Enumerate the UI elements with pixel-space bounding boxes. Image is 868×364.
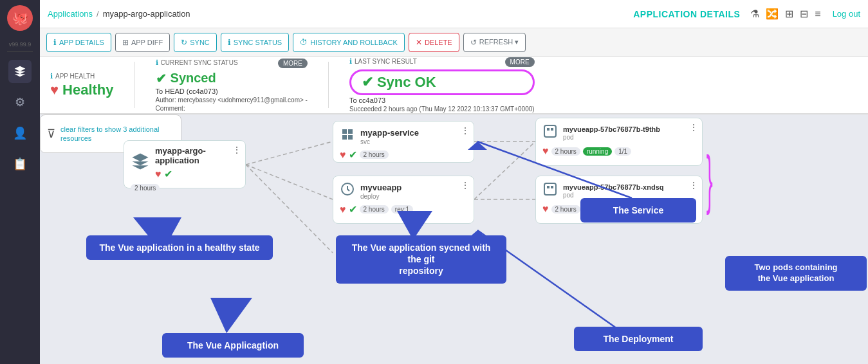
sidebar-icon-user[interactable]: 👤 — [8, 122, 32, 145]
graph-area: ⋮ myapp-argo-application ♥ ✔ 2 hours ⋮ — [40, 114, 868, 364]
svg-rect-6 — [342, 129, 347, 134]
node-pod1-menu[interactable]: ⋮ — [689, 122, 698, 132]
delete-icon: ✕ — [416, 38, 422, 47]
sidebar-icon-layers[interactable] — [8, 60, 32, 83]
sync-to-label: To HEAD (cc4a073) — [156, 87, 308, 95]
node-app-heart: ♥ — [155, 168, 162, 180]
last-sync-label: LAST SYNC RESULT — [355, 58, 417, 65]
node-app-time: 2 hours — [131, 184, 160, 192]
breadcrumb: Applications / myapp-argo-application — [48, 9, 190, 19]
app-logo: 🐙 — [7, 5, 33, 31]
node-pod1-count: 1/1 — [614, 147, 631, 156]
status-bar: ℹ APP HEALTH ♥ Healthy ℹ CURRENT SYNC ST… — [40, 57, 868, 114]
refresh-button[interactable]: ↺ REFRESH ▾ — [463, 33, 526, 52]
grid-icon[interactable]: ⊞ — [785, 8, 793, 20]
more-button-2[interactable]: MORE — [505, 57, 535, 67]
node-pod2-time: 2 hours — [551, 205, 580, 214]
sync-ok-to: To cc4a073 — [349, 96, 535, 104]
node-pod2-title: myvueapp-57bc76877b-xndsq — [563, 183, 664, 191]
synced-check-icon: ✔ — [156, 71, 167, 86]
sync-status-label: CURRENT SYNC STATUS — [161, 59, 238, 66]
node-service-type: svc — [360, 138, 419, 145]
breadcrumb-applications-link[interactable]: Applications — [48, 9, 93, 19]
node-pod1-type: pod — [563, 134, 660, 141]
topbar: Applications / myapp-argo-application AP… — [40, 0, 868, 28]
breadcrumb-separator: / — [97, 9, 99, 19]
sync-comment: Comment: — [156, 105, 308, 112]
node-deploy-menu[interactable]: ⋮ — [461, 180, 470, 190]
node-service: ⋮ myapp-service svc ♥ ✔ 2 hours — [333, 121, 474, 163]
list-icon[interactable]: ≡ — [815, 8, 820, 20]
toolbar: ℹ APP DETAILS ⊞ APP DIFF ↻ SYNC ℹ SYNC S… — [40, 28, 868, 57]
svg-rect-15 — [547, 186, 549, 188]
delete-button[interactable]: ✕ DELETE — [409, 33, 459, 52]
node-service-menu[interactable]: ⋮ — [461, 125, 470, 136]
filter-icon[interactable]: ⚗ — [750, 8, 759, 20]
node-app-check: ✔ — [164, 168, 172, 180]
sidebar-icon-docs[interactable]: 📋 — [8, 152, 32, 176]
svg-line-1 — [246, 165, 333, 199]
logout-button[interactable]: Log out — [833, 9, 860, 19]
svg-rect-12 — [547, 128, 549, 131]
diff-icon: ⊞ — [122, 38, 129, 47]
node-pod2-heart: ♥ — [542, 203, 549, 215]
node-service-heart: ♥ — [340, 149, 346, 161]
app-diff-button[interactable]: ⊞ APP DIFF — [115, 33, 170, 52]
node-pod1: ⋮ myvueapp-57bc76877b-t9thb pod ♥ 2 hour… — [535, 118, 703, 166]
sync-icon: ↻ — [181, 38, 187, 47]
node-deploy-check: ✔ — [349, 203, 357, 215]
app-health-value: Healthy — [62, 82, 113, 98]
app-health-section: ℹ APP HEALTH ♥ Healthy — [50, 62, 114, 108]
topbar-icons: ⚗ 🔀 ⊞ ⊟ ≡ Log out — [750, 8, 860, 20]
node-pod1-icon — [542, 123, 558, 143]
node-deploy-rev: rev:1 — [391, 205, 413, 214]
svg-rect-8 — [342, 135, 347, 140]
svg-rect-11 — [544, 125, 556, 137]
svg-line-0 — [246, 141, 333, 165]
info-icon: ℹ — [53, 38, 57, 47]
more-button-1[interactable]: MORE — [278, 59, 308, 68]
node-app: ⋮ myapp-argo-application ♥ ✔ 2 hours — [124, 140, 246, 188]
svg-line-4 — [474, 141, 535, 199]
sync-value: Synced — [171, 71, 216, 86]
annotation-synced: The Vue application sycned with the git … — [336, 235, 506, 284]
sidebar: 🐙 v99.99.9 ⚙ 👤 📋 — [0, 0, 40, 364]
breadcrumb-current-app: myapp-argo-application — [103, 9, 190, 19]
refresh-icon: ↺ — [470, 38, 477, 47]
app-details-button[interactable]: ℹ APP DETAILS — [46, 33, 111, 52]
sync-time: Succeeded 2 hours ago (Thu May 12 2022 1… — [349, 105, 535, 113]
annotation-pods: Two pods containing the Vue application — [725, 256, 867, 291]
history-icon: ⏱ — [300, 38, 308, 47]
app-health-label: APP HEALTH — [55, 73, 95, 80]
node-pod2-menu[interactable]: ⋮ — [689, 180, 698, 190]
node-pod1-time: 2 hours — [551, 147, 580, 156]
svg-rect-7 — [348, 129, 353, 134]
history-rollback-button[interactable]: ⏱ HISTORY AND ROLLBACK — [293, 33, 405, 52]
sidebar-icon-settings[interactable]: ⚙ — [8, 91, 32, 114]
annotation-app: The Vue Applicagtion — [162, 333, 304, 358]
svg-rect-9 — [348, 135, 353, 140]
node-deploy-title: myvueapp — [360, 183, 402, 192]
node-app-menu[interactable]: ⋮ — [232, 145, 241, 155]
node-deploy-time: 2 hours — [360, 205, 389, 214]
sync-ok-label: Sync OK — [377, 74, 436, 91]
node-app-icon — [131, 152, 150, 175]
node-service-title: myapp-service — [360, 128, 419, 138]
sitemap-icon[interactable]: 🔀 — [766, 8, 779, 20]
svg-rect-16 — [551, 186, 553, 188]
version-label: v99.99.9 — [9, 41, 32, 48]
node-service-check: ✔ — [349, 149, 357, 161]
node-pod1-title: myvueapp-57bc76877b-t9thb — [563, 125, 660, 133]
annotation-service: The Service — [580, 198, 696, 223]
sync-status-button[interactable]: ℹ SYNC STATUS — [221, 33, 289, 52]
network-icon[interactable]: ⊟ — [800, 8, 808, 20]
filter-funnel-icon: ⊽ — [47, 127, 55, 141]
sync-ok-check-icon: ✔ — [362, 74, 373, 91]
sync-button[interactable]: ↻ SYNC — [174, 33, 217, 52]
node-deploy-heart: ♥ — [340, 204, 346, 215]
node-deploy-type: deploy — [360, 193, 402, 200]
node-pod1-running: running — [583, 147, 612, 156]
node-pod1-heart: ♥ — [542, 145, 549, 157]
sync-status-icon: ℹ — [228, 38, 231, 47]
heart-icon: ♥ — [50, 82, 59, 98]
